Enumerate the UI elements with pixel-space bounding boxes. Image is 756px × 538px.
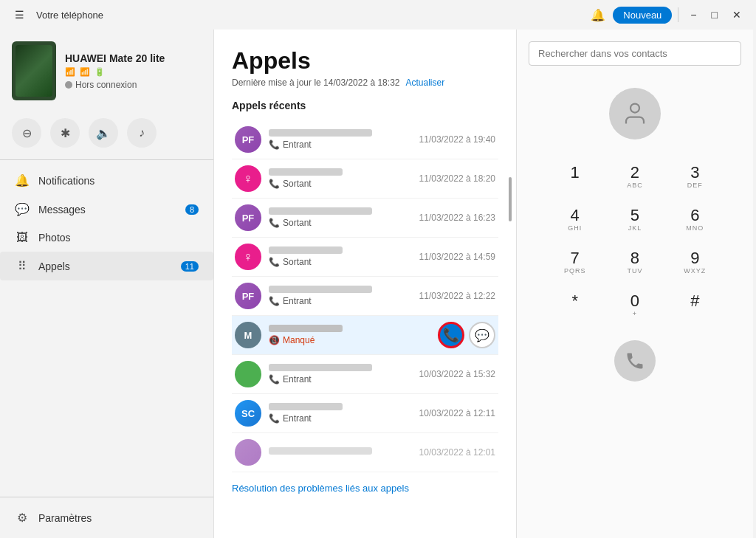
- call-type: 📞 Entrant: [269, 139, 412, 150]
- dial-key-1[interactable]: 1: [546, 157, 603, 197]
- volume-button[interactable]: 🔈: [89, 118, 118, 148]
- dial-key-letters: TUV: [627, 267, 642, 275]
- refresh-link[interactable]: Actualiser: [405, 77, 444, 88]
- call-item[interactable]: ♀ 📞 Sortant 11/03/2022 à 14:59: [232, 238, 498, 277]
- call-time: 11/03/2022 à 14:59: [419, 252, 495, 262]
- wifi-icon: 📶: [65, 67, 75, 77]
- dial-key-8[interactable]: 8TUV: [606, 243, 663, 283]
- call-direction: Entrant: [283, 413, 312, 424]
- sidebar-item-photos[interactable]: 🖼 Photos: [0, 224, 213, 252]
- call-item[interactable]: 📞 Entrant 10/03/2022 à 15:32: [232, 355, 498, 394]
- media-controls: ⊖ ✱ 🔈 ♪: [0, 112, 213, 159]
- call-item[interactable]: PF 📞 Entrant 11/03/2022 à 12:22: [232, 277, 498, 316]
- message-nav-icon: 💬: [15, 202, 30, 216]
- avatar: ♀: [235, 244, 261, 270]
- call-info: [269, 447, 412, 458]
- signal-icon: 📶: [80, 67, 90, 77]
- call-direction: Sortant: [283, 179, 312, 189]
- dial-key-number: 0: [630, 293, 639, 309]
- dial-key-5[interactable]: 5JKL: [606, 200, 663, 240]
- call-item[interactable]: PF 📞 Entrant 11/03/2022 à 19:40: [232, 120, 498, 159]
- dial-key-number: 3: [690, 165, 699, 181]
- call-item[interactable]: SC 📞 Entrant 10/03/2022 à 12:11: [232, 394, 498, 433]
- call-name-blur: [269, 246, 343, 254]
- minus-button[interactable]: ⊖: [12, 118, 41, 148]
- call-time: 10/03/2022 à 15:32: [419, 369, 495, 379]
- call-item[interactable]: 10/03/2022 à 12:01: [232, 433, 498, 472]
- call-name-blur: [269, 207, 372, 215]
- message-action-button[interactable]: 💬: [469, 322, 495, 348]
- bluetooth-button[interactable]: ✱: [50, 118, 80, 148]
- dial-key-3[interactable]: 3DEF: [667, 157, 724, 197]
- outgoing-icon: 📞: [269, 218, 280, 228]
- dial-key-*[interactable]: *: [546, 286, 603, 325]
- dial-key-letters: PQRS: [564, 267, 586, 275]
- calls-badge: 11: [181, 261, 199, 272]
- dial-key-#[interactable]: #: [667, 286, 724, 325]
- dial-key-letters: DEF: [687, 182, 703, 190]
- phone-status-row: 📶 📶 🔋: [65, 67, 165, 77]
- settings-label: Paramètres: [38, 512, 92, 524]
- call-name-blur: [269, 403, 343, 410]
- call-type: 📞 Entrant: [269, 413, 412, 424]
- dial-key-letters: MNO: [686, 224, 704, 232]
- call-type-missed: 📵 Manqué: [269, 335, 430, 345]
- dial-key-4[interactable]: 4GHI: [546, 200, 603, 240]
- call-item-missed[interactable]: M 📵 Manqué 📞 💬: [232, 316, 498, 355]
- call-action-button[interactable]: 📞: [438, 322, 464, 348]
- new-button[interactable]: Nouveau: [613, 7, 672, 24]
- dial-key-6[interactable]: 6MNO: [667, 200, 724, 240]
- call-info: 📞 Entrant: [269, 403, 412, 424]
- sidebar-item-calls[interactable]: ⠿ Appels 11: [0, 252, 213, 280]
- call-info: 📞 Entrant: [269, 286, 412, 306]
- call-info: 📞 Entrant: [269, 129, 412, 150]
- call-type: 📞 Entrant: [269, 374, 412, 384]
- battery-icon: 🔋: [94, 67, 105, 77]
- offline-dot: [65, 81, 72, 89]
- call-info: 📞 Sortant: [269, 168, 412, 189]
- dial-key-letters: ABC: [627, 182, 643, 190]
- hamburger-menu-button[interactable]: ☰: [9, 6, 30, 24]
- dial-key-number: 8: [630, 250, 639, 266]
- sidebar-item-messages[interactable]: 💬 Messages 8: [0, 195, 213, 224]
- dial-key-number: 7: [571, 250, 580, 266]
- call-item[interactable]: ♀ 📞 Sortant 11/03/2022 à 18:20: [232, 159, 498, 199]
- dial-key-number: #: [690, 293, 699, 309]
- avatar: [235, 439, 261, 466]
- call-button[interactable]: [614, 340, 656, 382]
- dial-key-number: 1: [571, 165, 580, 181]
- problem-link[interactable]: Résolution des problèmes liés aux appels: [232, 483, 409, 494]
- dial-key-7[interactable]: 7PQRS: [546, 243, 603, 283]
- settings-item[interactable]: ⚙ Paramètres: [15, 506, 199, 529]
- call-info: 📞 Sortant: [269, 246, 412, 267]
- dial-key-0[interactable]: 0+: [606, 286, 663, 325]
- call-name-blur: [269, 325, 343, 332]
- sidebar-item-notifications[interactable]: 🔔 Notifications: [0, 166, 213, 195]
- dial-key-2[interactable]: 2ABC: [606, 157, 663, 197]
- dial-key-number: 2: [630, 165, 639, 181]
- maximize-button[interactable]: □: [706, 6, 724, 24]
- calls-panel: Appels Dernière mise à jour le 14/03/202…: [214, 30, 517, 538]
- call-item[interactable]: PF 📞 Sortant 11/03/2022 à 16:23: [232, 199, 498, 238]
- phone-thumbnail: [12, 41, 56, 100]
- dial-key-9[interactable]: 9WXYZ: [667, 243, 724, 283]
- call-direction: Sortant: [283, 257, 312, 267]
- title-bar-controls: 🔔 Nouveau − □ ✕: [586, 5, 747, 25]
- call-time: 11/03/2022 à 16:23: [419, 213, 495, 223]
- contact-avatar-placeholder: [609, 88, 661, 139]
- calls-footer: Résolution des problèmes liés aux appels: [232, 472, 498, 503]
- bell-nav-icon: 🔔: [15, 173, 30, 187]
- call-name-blur: [269, 364, 372, 371]
- calls-title: Appels: [232, 47, 498, 75]
- music-button[interactable]: ♪: [127, 118, 157, 148]
- scrollbar-thumb[interactable]: [509, 177, 512, 221]
- close-button[interactable]: ✕: [726, 6, 747, 24]
- search-input[interactable]: [529, 41, 741, 66]
- calls-nav-icon: ⠿: [15, 259, 30, 273]
- avatar: M: [235, 322, 261, 348]
- dial-key-number: 5: [630, 207, 639, 224]
- minimize-button[interactable]: −: [684, 6, 702, 24]
- call-list: PF 📞 Entrant 11/03/2022 à 19:40 ♀ 📞: [232, 120, 498, 472]
- bell-icon-button[interactable]: 🔔: [586, 5, 610, 25]
- sidebar: HUAWEI Mate 20 lite 📶 📶 🔋 Hors connexion…: [0, 30, 214, 538]
